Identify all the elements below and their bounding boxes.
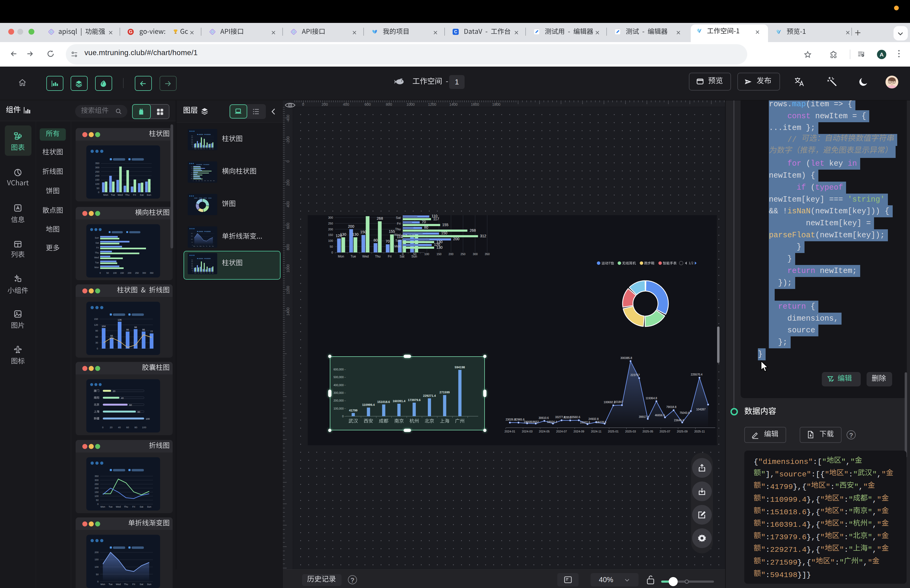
svg-text:100: 100 [191,239,192,240]
svg-text:1600: 1600 [471,102,479,107]
svg-text:350: 350 [191,260,193,261]
svg-text:Mon: Mon [100,583,105,586]
svg-text:Wed: Wed [116,583,121,586]
svg-text:0: 0 [302,102,304,107]
svg-text:100: 100 [113,271,117,274]
svg-text:50: 50 [192,146,193,147]
svg-text:0: 0 [97,580,99,583]
svg-text:Sat: Sat [209,273,211,273]
svg-text:200: 200 [128,271,131,274]
svg-text:150: 150 [95,178,99,181]
svg-text:30: 30 [95,341,98,344]
svg-text:350: 350 [191,136,193,137]
svg-text:150: 150 [95,558,99,561]
svg-text:300: 300 [142,271,146,274]
svg-text:Thu: Thu [203,148,205,149]
svg-text:0: 0 [286,160,290,162]
svg-text:Sun: Sun [212,273,213,273]
svg-text:Fri: Fri [133,193,136,196]
svg-text:300: 300 [95,166,99,169]
svg-text:Tue: Tue [197,273,199,273]
svg-text:Sat: Sat [209,148,211,149]
svg-text:Tue: Tue [197,148,199,149]
svg-text:600: 600 [286,223,290,229]
svg-text:150: 150 [94,318,98,320]
svg-text:50: 50 [192,270,193,271]
svg-text:0: 0 [193,180,193,181]
svg-text:350: 350 [213,180,215,181]
svg-text:Sun: Sun [212,246,213,247]
svg-text:Mon: Mon [194,273,196,273]
svg-text:80: 80 [137,410,140,413]
svg-text:90: 90 [95,330,98,332]
svg-text:1200: 1200 [428,102,436,107]
svg-text:50: 50 [96,573,99,576]
svg-text:40: 40 [118,426,121,429]
svg-text:200: 200 [95,551,99,554]
svg-text:Wed: Wed [94,256,99,259]
svg-text:100: 100 [95,565,99,568]
svg-text:Fri: Fri [133,506,135,508]
svg-text:200: 200 [286,179,290,186]
svg-text:0: 0 [100,271,101,274]
svg-text:150: 150 [120,271,124,274]
svg-text:Sat: Sat [140,583,143,586]
svg-text:Thu: Thu [124,583,128,586]
svg-text:Sun: Sun [147,583,151,586]
svg-text:Mon: Mon [100,506,105,508]
svg-text:150: 150 [95,491,99,493]
svg-text:Sun: Sun [147,193,151,196]
svg-text:400: 400 [343,102,349,107]
svg-text:136: 136 [118,318,121,321]
svg-text:Sun: Sun [191,166,192,168]
svg-text:Wed: Wed [200,246,201,247]
svg-text:100: 100 [142,426,146,429]
svg-text:0: 0 [192,147,193,148]
svg-text:0: 0 [102,426,103,429]
svg-text:20: 20 [113,390,115,393]
svg-text:Fri: Fri [207,273,208,273]
svg-text:Sat: Sat [140,506,143,508]
svg-text:200: 200 [95,487,99,489]
svg-text:20: 20 [110,426,113,429]
svg-text:0: 0 [192,245,192,246]
svg-text:400: 400 [286,201,290,207]
svg-text:200: 200 [191,265,193,266]
svg-text:300: 300 [210,180,212,181]
svg-text:Wed: Wed [191,174,192,175]
svg-text:150: 150 [191,266,193,267]
svg-text:0: 0 [97,503,99,506]
svg-text:200: 200 [191,141,193,142]
svg-text:77: 77 [150,330,153,333]
svg-text:Fri: Fri [192,170,192,171]
svg-text:Thu: Thu [203,273,205,273]
svg-text:1000: 1000 [406,102,414,107]
svg-text:Thu: Thu [95,251,99,254]
svg-text:Sun: Sun [147,506,151,508]
svg-text:150: 150 [191,236,192,237]
svg-text:0: 0 [192,271,193,273]
svg-text:Wed: Wed [116,506,121,508]
svg-text:350: 350 [150,271,154,274]
svg-text:104: 104 [102,325,105,328]
svg-text:Thu: Thu [203,246,204,247]
svg-text:Wed: Wed [118,193,123,196]
svg-text:0: 0 [97,347,98,350]
svg-text:250: 250 [191,263,193,264]
svg-text:Thu: Thu [191,172,193,173]
svg-text:100: 100 [191,268,193,269]
svg-text:Wed: Wed [200,273,202,273]
svg-text:250: 250 [95,170,99,173]
svg-text:1200: 1200 [286,286,290,294]
svg-text:100: 100 [95,183,99,185]
svg-text:Sat: Sat [209,246,210,247]
svg-text:Fri: Fri [96,246,99,249]
svg-text:0: 0 [98,191,99,194]
svg-text:Fri: Fri [133,583,135,586]
svg-text:Mon: Mon [194,148,196,149]
svg-text:800: 800 [386,102,392,107]
svg-text:60: 60 [95,336,98,338]
svg-text:1400: 1400 [286,307,290,315]
svg-text:Fri: Fri [207,148,208,149]
svg-text:1400: 1400 [449,102,457,107]
